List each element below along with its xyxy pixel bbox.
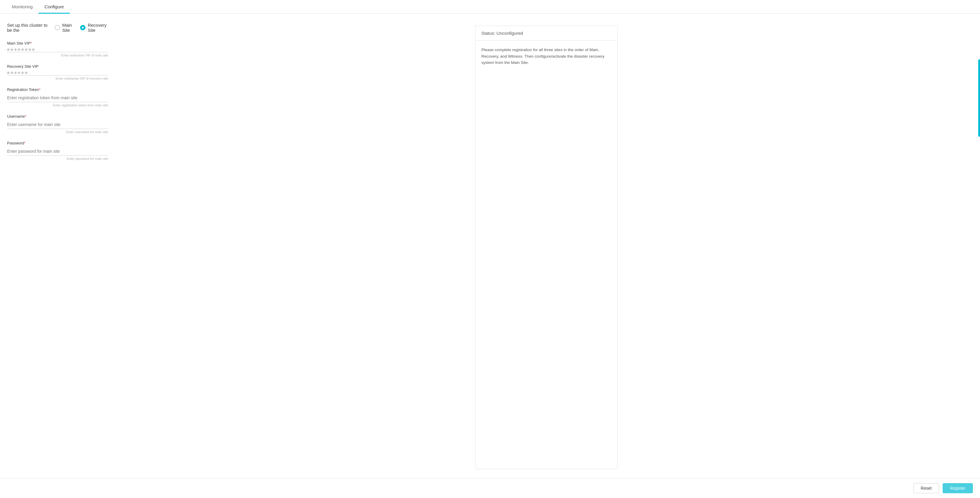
radio-option-recovery-site[interactable]: Recovery Site xyxy=(80,22,108,33)
rec-masked-dot-6 xyxy=(25,72,27,74)
setup-intro-text: Set up this cluster to be the xyxy=(7,22,50,33)
password-required: * xyxy=(24,141,25,145)
registration-token-required: * xyxy=(39,87,40,92)
app-container: Monitoring Configure Set up this cluster… xyxy=(0,0,980,498)
status-card: Status: Unconfigured Please complete reg… xyxy=(475,26,617,469)
scrollbar-accent xyxy=(978,59,980,137)
masked-dot-4 xyxy=(18,48,20,51)
main-site-vip-masked xyxy=(7,47,108,52)
right-panel: Status: Unconfigured Please complete reg… xyxy=(120,22,973,469)
recovery-site-vip-label: Recovery Site VIP xyxy=(7,64,108,69)
rec-masked-dot-2 xyxy=(11,72,13,74)
reset-button[interactable]: Reset xyxy=(913,483,939,493)
main-site-vip-required: * xyxy=(30,41,32,45)
register-button[interactable]: Register xyxy=(943,483,973,493)
radio-main-site-indicator xyxy=(55,25,60,30)
radio-main-site-label: Main Site xyxy=(62,22,75,33)
masked-dot-6 xyxy=(25,48,27,51)
recovery-site-vip-hint: Enter enterprise VIP of recovery site xyxy=(7,77,108,80)
masked-dot-2 xyxy=(11,48,13,51)
setup-line: Set up this cluster to be the Main Site … xyxy=(7,22,108,33)
username-hint: Enter username for main site xyxy=(7,130,108,134)
radio-recovery-site-label: Recovery Site xyxy=(88,22,108,33)
recovery-site-vip-masked xyxy=(7,70,108,75)
tab-configure[interactable]: Configure xyxy=(38,0,70,13)
masked-dot-5 xyxy=(21,48,24,51)
rec-masked-dot-5 xyxy=(21,72,24,74)
rec-masked-dot-3 xyxy=(14,72,17,74)
left-panel: Set up this cluster to be the Main Site … xyxy=(7,22,108,469)
status-card-title: Status: Unconfigured xyxy=(476,26,617,41)
password-label: Password* xyxy=(7,141,108,145)
form-group-registration-token: Registration Token* Enter registration t… xyxy=(7,87,108,107)
rec-masked-dot-1 xyxy=(7,72,10,74)
main-content: Set up this cluster to be the Main Site … xyxy=(0,14,980,478)
username-input[interactable] xyxy=(7,120,108,129)
form-group-recovery-site-vip: Recovery Site VIP Enter enterprise VIP o… xyxy=(7,64,108,80)
form-group-main-site-vip: Main Site VIP* Enter enterprise VIP of m… xyxy=(7,41,108,57)
main-site-vip-label: Main Site VIP* xyxy=(7,41,108,45)
main-site-vip-hint: Enter enterprise VIP of main site xyxy=(7,53,108,57)
username-label: Username* xyxy=(7,114,108,118)
form-group-password: Password* Enter password for main site xyxy=(7,141,108,160)
username-required: * xyxy=(25,114,26,118)
masked-dot-1 xyxy=(7,48,10,51)
tab-monitoring[interactable]: Monitoring xyxy=(6,0,38,13)
rec-masked-dot-4 xyxy=(18,72,20,74)
radio-recovery-site-indicator xyxy=(80,25,86,30)
radio-option-main-site[interactable]: Main Site xyxy=(55,22,75,33)
password-hint: Enter password for main site xyxy=(7,157,108,160)
bottom-toolbar: Reset Register xyxy=(0,478,980,498)
registration-token-hint: Enter registration token from main site xyxy=(7,104,108,107)
masked-dot-3 xyxy=(14,48,17,51)
registration-token-input[interactable] xyxy=(7,94,108,102)
registration-token-label: Registration Token* xyxy=(7,87,108,92)
status-card-body: Please complete registration for all thr… xyxy=(476,41,617,72)
form-group-username: Username* Enter username for main site xyxy=(7,114,108,134)
tabs-bar: Monitoring Configure xyxy=(0,0,980,14)
masked-dot-8 xyxy=(32,48,34,51)
password-input[interactable] xyxy=(7,147,108,156)
masked-dot-7 xyxy=(29,48,31,51)
